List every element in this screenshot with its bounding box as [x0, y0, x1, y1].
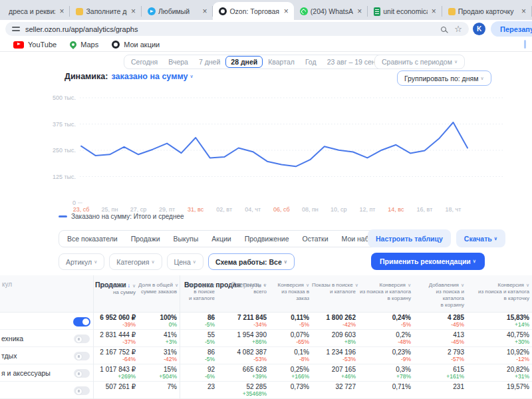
bookmark-star-icon[interactable]: ☆ — [454, 25, 462, 33]
period-option[interactable]: Сегодня — [126, 57, 163, 67]
metric-tab[interactable]: Остатки — [296, 235, 335, 243]
column-header[interactable]: Доля в общей∨сумме заказов — [138, 282, 180, 309]
column-header[interactable]: Добавления∨из поиска и каталогав корзину — [414, 282, 467, 309]
cell-value: 23 — [180, 382, 215, 391]
cell-delta: -48% — [358, 339, 411, 345]
browser-tab[interactable]: Ozon: Торговая пл× — [213, 2, 293, 20]
filter-button[interactable]: Схема работы: Все∨ — [208, 253, 295, 270]
close-icon[interactable]: × — [430, 7, 438, 15]
close-icon[interactable]: × — [283, 7, 290, 15]
cell-delta: +39% — [217, 374, 267, 380]
filter-button[interactable]: Цена∨ — [167, 253, 203, 270]
metric-tab[interactable]: Выкупы — [167, 235, 205, 243]
table-row[interactable]: 6 952 060 ₽-39%100%0%86-5%7 211 845-34%0… — [0, 313, 532, 330]
sales-dynamics-chart[interactable]: 0125 тыс.250 тыс.375 тыс.500 тыс.23, сб2… — [0, 92, 532, 215]
column-header-line: Конверсия∨ — [269, 282, 309, 289]
bookmark-label: Maps — [80, 41, 98, 49]
column-divider — [93, 275, 94, 399]
period-option[interactable]: 28 дней — [225, 56, 263, 68]
period-option[interactable]: Вчера — [163, 57, 194, 67]
chart-canvas: 0125 тыс.250 тыс.375 тыс.500 тыс.23, сб2… — [0, 92, 532, 215]
value-cell: 209 603+8% — [312, 330, 358, 346]
browser-tab[interactable]: Продаю карточку× — [442, 6, 532, 17]
value-cell: 0,24%-5% — [358, 313, 414, 329]
close-icon[interactable]: × — [58, 7, 65, 15]
table-row[interactable]: ехника2 831 444 ₽-37%41%+3%55-5%1 954 39… — [0, 330, 532, 347]
restart-button[interactable]: Перезапустить — [491, 21, 532, 37]
chart-legend[interactable]: Заказано на сумму: Итого и среднее — [59, 213, 184, 220]
table-row[interactable]: тдых2 167 752 ₽-64%31%-42%86-5%4 082 387… — [0, 347, 532, 364]
table-row[interactable]: 507 261 ₽7%2352 285+35468%0,73%32 7270,7… — [0, 382, 532, 399]
column-header[interactable]: Заказано↓∨на сумму — [93, 282, 138, 309]
row-toggle[interactable] — [74, 334, 90, 343]
bookmark-item[interactable]: YouTube — [13, 41, 57, 49]
group-by-button[interactable]: Группировать по: дням∨ — [397, 70, 491, 86]
chevron-down-icon: ∨ — [151, 259, 154, 265]
close-icon[interactable]: × — [356, 7, 363, 15]
browser-tab[interactable]: дреса и реквизи× — [0, 6, 70, 17]
column-header-line: из поиска и каталога — [467, 289, 529, 295]
period-option[interactable]: 7 дней — [194, 57, 225, 67]
cell-delta: -5% — [180, 322, 215, 328]
analytics-table: кул Продажи Воронка продаж Свернуть ‹ За… — [0, 275, 532, 399]
row-toggle[interactable] — [74, 386, 90, 395]
metric-tab[interactable]: Продвижение — [238, 235, 296, 243]
profile-avatar[interactable]: K — [473, 23, 485, 35]
browser-tab[interactable]: (204) WhatsApp× — [294, 6, 368, 17]
close-icon[interactable]: × — [520, 7, 527, 15]
row-toggle[interactable] — [73, 317, 90, 327]
column-header[interactable]: Показы в поиске∨и каталоге — [312, 282, 358, 309]
period-option[interactable]: Квартал — [263, 57, 300, 67]
bookmark-item[interactable]: Maps — [70, 41, 98, 49]
value-cell: 86-5% — [180, 347, 217, 364]
row-label: ехника — [0, 330, 70, 346]
column-header-line: в корзину — [414, 302, 464, 309]
column-header[interactable]: Конверсия∨из поиска и каталогав карточку — [467, 282, 532, 309]
cell-value: 15% — [138, 364, 177, 374]
column-header[interactable]: Позиция∨в поискеи каталоге — [180, 282, 217, 309]
column-header-line: Показы в поиске∨ — [312, 282, 356, 289]
column-header[interactable]: Конверсия∨из поиска и каталогав корзину — [358, 282, 414, 309]
configure-table-button[interactable]: Настроить таблицу — [368, 229, 451, 247]
bookmark-item[interactable]: Мои акции — [112, 41, 160, 49]
svg-text:16, вт: 16, вт — [417, 206, 433, 213]
value-cell: 2 831 444 ₽-37% — [93, 330, 138, 346]
site-settings-icon[interactable] — [12, 25, 20, 33]
column-header[interactable]: Конверсия∨из показа в заказ — [269, 282, 312, 309]
value-cell: 0,2%-48% — [358, 330, 414, 346]
metric-tab[interactable]: Продажи — [124, 235, 167, 243]
url-text[interactable]: seller.ozon.ru/app/analytics/graphs — [25, 25, 441, 33]
column-header-label: Конверсия — [379, 282, 405, 288]
telegram-icon — [148, 7, 156, 15]
metric-dropdown[interactable]: заказано на сумму — [111, 72, 188, 81]
search-icon[interactable] — [441, 27, 446, 32]
metric-tab[interactable]: Акции — [205, 235, 237, 243]
filter-button[interactable]: Артикул∨ — [59, 253, 104, 270]
browser-tab[interactable]: Заполните детали× — [70, 6, 141, 17]
url-bar[interactable]: seller.ozon.ru/app/analytics/graphs ☆ — [5, 22, 469, 36]
value-cell: 100%0% — [138, 313, 180, 329]
chevron-down-icon: ∨ — [284, 259, 287, 265]
ozon-icon — [219, 7, 227, 15]
table-row[interactable]: я и аксессуары1 017 843 ₽+269%15%+504%92… — [0, 364, 532, 382]
chevron-down-icon: ∨ — [211, 283, 215, 287]
cell-value: 665 628 — [217, 364, 267, 374]
column-header[interactable]: Показы∨всего — [217, 282, 269, 309]
compare-period-button[interactable]: Сравнить с периодом∨ — [374, 55, 465, 69]
value-cell: 0,11%-5% — [269, 313, 312, 329]
filter-button[interactable]: Категория∨ — [109, 253, 162, 270]
cell-delta: -6% — [180, 374, 215, 380]
close-icon[interactable]: × — [201, 7, 208, 15]
row-toggle[interactable] — [74, 369, 90, 378]
cell-value: 92 — [180, 364, 215, 374]
close-icon[interactable]: × — [130, 7, 137, 15]
browser-tab[interactable]: unit economica - G× — [368, 6, 442, 17]
browser-tab[interactable]: Любимый× — [142, 6, 213, 17]
download-button[interactable]: Скачать∨ — [456, 229, 505, 247]
row-toggle[interactable] — [74, 352, 90, 360]
period-option[interactable]: Год — [300, 57, 322, 67]
value-cell: 23 — [180, 382, 217, 398]
apply-recommendations-button[interactable]: Применить рекомендации∨ — [371, 253, 485, 270]
metric-tab[interactable]: Все показатели — [61, 235, 124, 243]
column-header-line: Показы∨ — [217, 282, 267, 289]
